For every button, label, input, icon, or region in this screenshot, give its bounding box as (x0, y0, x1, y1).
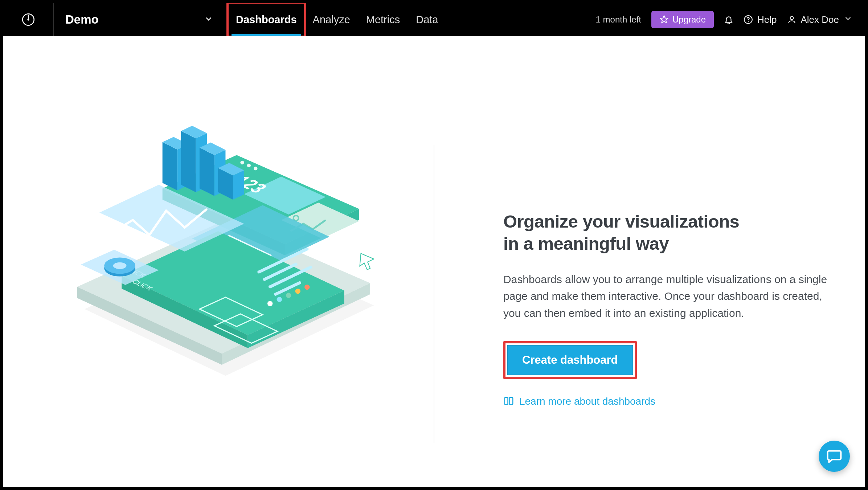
svg-point-34 (305, 285, 310, 290)
app-header: Demo Dashboards Analyze Metrics Data (3, 3, 865, 36)
project-name: Demo (65, 13, 99, 26)
svg-point-14 (254, 167, 258, 170)
create-dashboard-button-label: Create dashboard (522, 354, 618, 366)
headline-line-1: Organize your visualizations (503, 212, 739, 231)
help-icon (744, 15, 753, 24)
chevron-down-icon (843, 14, 853, 26)
illustration-panel: 123 (3, 36, 434, 376)
nav-tab-label: Metrics (366, 14, 400, 26)
nav-tab-label: Analyze (313, 14, 350, 26)
star-icon (659, 15, 669, 24)
svg-marker-46 (200, 148, 214, 196)
user-name: Alex Doe (801, 14, 839, 25)
cta-highlight-box: Create dashboard (503, 341, 637, 379)
bell-icon (724, 15, 733, 24)
nav-tab-label: Data (416, 14, 438, 26)
svg-marker-40 (163, 142, 177, 191)
svg-point-55 (113, 262, 127, 269)
project-switcher[interactable]: Demo (54, 3, 228, 36)
svg-marker-56 (360, 253, 374, 270)
svg-point-4 (790, 16, 793, 20)
svg-marker-43 (181, 131, 196, 192)
svg-point-33 (295, 289, 300, 294)
chat-icon (826, 448, 842, 464)
upgrade-button-label: Upgrade (672, 15, 706, 25)
help-label: Help (757, 14, 777, 25)
svg-point-1 (27, 19, 29, 20)
header-right-group: 1 month left Upgrade (589, 3, 865, 36)
learn-more-label: Learn more about dashboards (519, 396, 655, 407)
headline-line-2: in a meaningful way (503, 234, 669, 253)
nav-tab-metrics[interactable]: Metrics (358, 3, 408, 36)
nav-tab-label: Dashboards (236, 14, 297, 26)
app-logo[interactable] (3, 3, 54, 36)
book-icon (503, 396, 514, 407)
svg-point-12 (241, 161, 244, 164)
chat-launcher-button[interactable] (819, 441, 850, 472)
main-nav: Dashboards Analyze Metrics Data (228, 3, 446, 36)
user-menu[interactable]: Alex Doe (787, 14, 853, 26)
learn-more-link[interactable]: Learn more about dashboards (503, 396, 655, 407)
logo-icon (21, 12, 36, 27)
nav-tab-data[interactable]: Data (408, 3, 446, 36)
empty-state-text-panel: Organize your visualizations in a meanin… (434, 36, 865, 407)
notifications-button[interactable] (724, 15, 733, 24)
trial-remaining: 1 month left (596, 15, 641, 25)
empty-state-headline: Organize your visualizations in a meanin… (503, 211, 815, 255)
svg-point-31 (277, 297, 282, 302)
help-button[interactable]: Help (744, 14, 777, 25)
nav-tab-analyze[interactable]: Analyze (305, 3, 358, 36)
dashboards-empty-state: 123 (3, 36, 865, 487)
upgrade-button[interactable]: Upgrade (651, 11, 714, 28)
chevron-down-icon (204, 14, 213, 25)
svg-point-3 (748, 21, 749, 22)
create-dashboard-button[interactable]: Create dashboard (507, 345, 633, 375)
dashboard-illustration: 123 (51, 116, 385, 376)
user-icon (787, 15, 797, 24)
svg-point-30 (267, 301, 273, 306)
svg-point-13 (247, 164, 251, 167)
nav-tab-dashboards[interactable]: Dashboards (228, 3, 305, 36)
empty-state-description: Dashboards allow you to arrange multiple… (503, 271, 830, 322)
svg-point-32 (286, 293, 291, 298)
